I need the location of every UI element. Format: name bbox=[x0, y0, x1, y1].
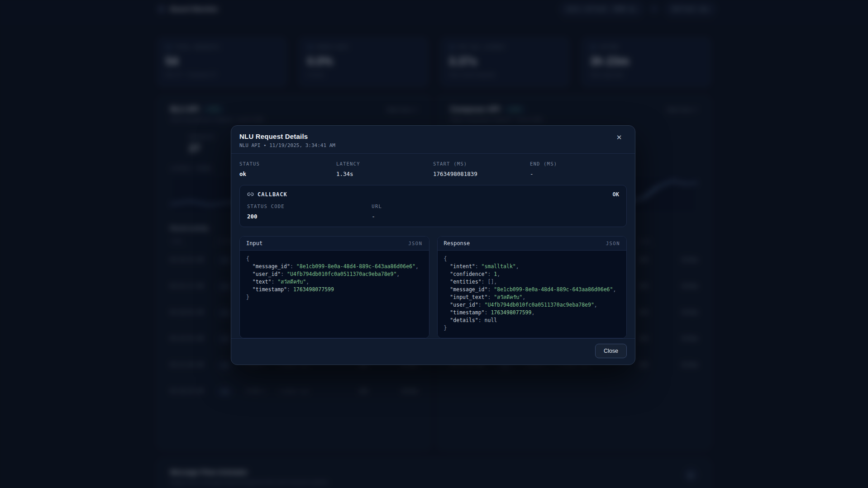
input-code-text: { "message_id": "8e1cb099-8e0a-48d4-889c… bbox=[246, 255, 423, 301]
callback-fields: STATUS CODE 200 URL - bbox=[247, 204, 619, 220]
response-panel-header: Response JSON bbox=[438, 237, 627, 251]
callback-status-code-field: STATUS CODE 200 bbox=[247, 204, 372, 220]
callback-header: CALLBACK OK bbox=[247, 191, 619, 198]
response-panel-title: Response bbox=[444, 240, 470, 246]
status-field: STATUS ok bbox=[239, 161, 336, 177]
response-code-block: { "intent": "smalltalk", "confidence": 1… bbox=[438, 251, 627, 338]
callback-card: CALLBACK OK STATUS CODE 200 URL - bbox=[239, 185, 627, 227]
nlu-request-details-modal: NLU Request Details NLU API • 11/19/2025… bbox=[231, 125, 635, 365]
close-button[interactable]: Close bbox=[595, 344, 627, 358]
input-code-block: { "message_id": "8e1cb099-8e0a-48d4-889c… bbox=[240, 251, 429, 338]
close-icon[interactable]: ✕ bbox=[615, 133, 624, 142]
response-code-text: { "intent": "smalltalk", "confidence": 1… bbox=[444, 255, 620, 332]
modal-subtitle: NLU API • 11/19/2025, 3:34:41 AM bbox=[239, 142, 627, 148]
modal-title: NLU Request Details bbox=[239, 133, 627, 140]
start-ms-label: START (MS) bbox=[433, 161, 530, 166]
input-json-badge: JSON bbox=[408, 241, 422, 246]
modal-footer: Close bbox=[231, 338, 635, 365]
input-panel: Input JSON { "message_id": "8e1cb099-8e0… bbox=[239, 236, 429, 338]
callback-title: CALLBACK bbox=[258, 191, 287, 198]
latency-value: 1.34s bbox=[336, 171, 433, 177]
code-panels: Input JSON { "message_id": "8e1cb099-8e0… bbox=[239, 236, 627, 338]
modal-header: NLU Request Details NLU API • 11/19/2025… bbox=[231, 126, 635, 154]
start-ms-field: START (MS) 1763498081839 bbox=[433, 161, 530, 177]
input-panel-title: Input bbox=[246, 240, 262, 246]
callback-url-value: - bbox=[372, 213, 619, 220]
start-ms-value: 1763498081839 bbox=[433, 171, 530, 177]
end-ms-field: END (MS) - bbox=[530, 161, 627, 177]
app-stage: Board Monitor Auto-refresh: 5000 ms Refr… bbox=[0, 0, 868, 488]
callback-url-field: URL - bbox=[372, 204, 619, 220]
response-panel: Response JSON { "intent": "smalltalk", "… bbox=[437, 236, 627, 338]
input-panel-header: Input JSON bbox=[240, 237, 429, 251]
status-label: STATUS bbox=[239, 161, 336, 166]
link-icon bbox=[247, 191, 254, 198]
end-ms-value: - bbox=[530, 171, 627, 177]
end-ms-label: END (MS) bbox=[530, 161, 627, 166]
latency-field: LATENCY 1.34s bbox=[336, 161, 433, 177]
latency-label: LATENCY bbox=[336, 161, 433, 166]
status-value: ok bbox=[239, 171, 336, 177]
modal-body: STATUS ok LATENCY 1.34s START (MS) 17634… bbox=[231, 154, 635, 338]
meta-grid: STATUS ok LATENCY 1.34s START (MS) 17634… bbox=[239, 161, 627, 177]
callback-status-code-label: STATUS CODE bbox=[247, 204, 372, 209]
response-json-badge: JSON bbox=[606, 241, 620, 246]
callback-result-badge: OK bbox=[613, 191, 619, 198]
callback-status-code-value: 200 bbox=[247, 213, 372, 220]
callback-url-label: URL bbox=[372, 204, 619, 209]
